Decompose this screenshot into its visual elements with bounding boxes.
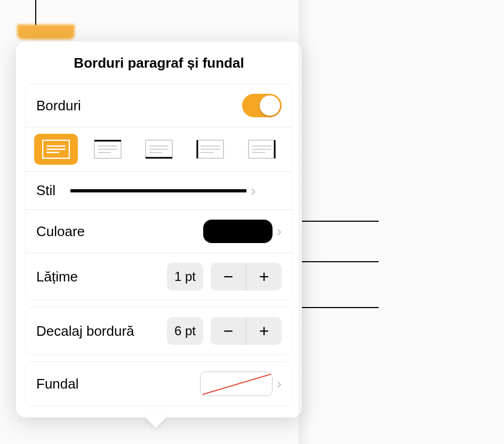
offset-stepper: − + [211,317,282,345]
width-decrement-button[interactable]: − [211,263,246,290]
panel-title: Borduri paragraf și fundal [16,42,302,84]
border-right-icon [248,140,276,159]
offset-decrement-button[interactable]: − [211,317,246,345]
no-fill-icon [201,372,273,397]
color-label: Culoare [36,223,203,240]
chevron-right-icon: › [251,182,255,199]
border-right-button[interactable] [240,134,284,165]
borders-label: Borduri [36,98,242,114]
border-bottom-button[interactable] [137,134,181,165]
border-left-icon [196,140,224,159]
chevron-right-icon: › [277,223,282,240]
borders-toggle-row: Borduri [26,84,292,127]
offset-card: Decalaj bordură 6 pt − + [26,308,292,354]
popover-notch [145,407,166,428]
line-style-preview [70,189,246,192]
offset-row: Decalaj bordură 6 pt − + [26,308,292,354]
width-increment-button[interactable]: + [246,263,282,290]
page-right-edge [299,0,311,444]
width-value[interactable]: 1 pt [167,263,203,290]
chevron-right-icon: › [277,375,282,392]
style-row[interactable]: Stil › [26,172,292,210]
background-row[interactable]: Fundal › [26,362,292,406]
style-label: Stil [36,182,55,199]
background-card: Fundal › [26,362,292,406]
border-all-button[interactable] [34,134,78,165]
background-label: Fundal [36,376,200,392]
width-stepper: − + [211,263,282,290]
border-all-icon [42,140,70,159]
border-bottom-icon [145,140,173,159]
background-swatch [200,372,273,396]
borders-card: Borduri [26,84,292,300]
svg-line-24 [203,374,271,394]
callout-line-top [35,0,36,26]
border-left-button[interactable] [188,134,232,165]
borders-panel: Borduri paragraf și fundal Borduri [16,42,302,417]
border-position-row [26,127,292,172]
parent-tab-indicator [17,25,75,39]
offset-value[interactable]: 6 pt [167,317,203,345]
offset-label: Decalaj bordură [36,323,167,340]
offset-increment-button[interactable]: + [246,317,282,345]
border-top-button[interactable] [85,134,129,165]
color-swatch [203,220,273,243]
width-row: Lățime 1 pt − + [26,253,292,300]
color-row[interactable]: Culoare › [26,210,292,253]
borders-toggle[interactable] [242,94,282,117]
border-top-icon [94,140,122,159]
width-label: Lățime [36,269,167,285]
